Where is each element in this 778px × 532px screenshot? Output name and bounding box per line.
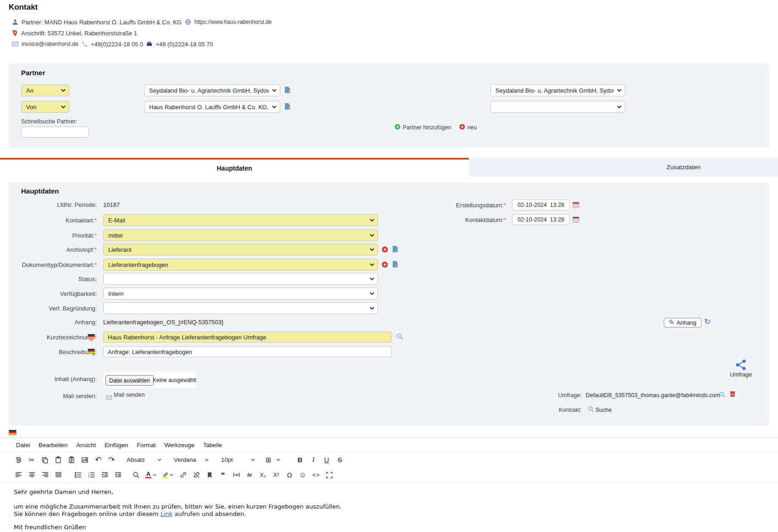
menu-tabelle[interactable]: Tabelle [203, 442, 222, 449]
underline-button[interactable]: U [321, 454, 332, 466]
table-dropdown[interactable]: ⊞ [264, 454, 282, 466]
copy-icon[interactable] [39, 454, 50, 466]
archivtopf-select[interactable]: Lieferant [103, 244, 378, 255]
umfrage-search-icon[interactable] [719, 391, 726, 400]
paste-text-icon[interactable] [66, 454, 77, 466]
kontaktdatum-input[interactable] [512, 214, 570, 225]
numbered-list-icon[interactable]: 123 [86, 470, 97, 481]
clear-formatting-icon[interactable]: Ix [244, 470, 255, 481]
umfrage-delete-icon[interactable] [730, 391, 735, 399]
contact-von-select[interactable] [490, 101, 625, 113]
page-break-icon[interactable]: H [231, 470, 242, 481]
redo-icon[interactable]: ↷ [106, 454, 117, 466]
dokumenttyp-edit-icon[interactable] [392, 260, 399, 270]
chevron-down-icon [276, 459, 280, 461]
umfrage-label: Umfrage: [490, 392, 582, 399]
erstellungsdatum-input[interactable] [512, 200, 570, 211]
partner-von-select[interactable]: Haus Rabenhorst O. Lauffs GmbH & Co. KG,… [144, 101, 280, 113]
dokumenttyp-select[interactable]: Lieferantenfragebogen [103, 259, 378, 271]
menu-werkzeuge[interactable]: Werkzeuge [164, 442, 194, 449]
edit-partner-von-icon[interactable] [284, 103, 291, 112]
emoticon-icon[interactable]: ☺ [297, 470, 308, 481]
outdent-icon[interactable] [99, 470, 110, 481]
align-left-icon[interactable] [13, 470, 24, 481]
menu-einfuegen[interactable]: Einfügen [105, 442, 128, 449]
calendar-icon[interactable] [572, 216, 579, 225]
bullet-list-icon[interactable] [72, 470, 83, 481]
anchor-icon[interactable] [204, 470, 215, 481]
mail-senden-link[interactable]: Mail senden [114, 392, 144, 398]
kontrakt-suche-link[interactable]: Suche [595, 407, 611, 413]
edit-partner-an-icon[interactable] [284, 86, 291, 95]
blockquote-icon[interactable]: ❝ [217, 470, 228, 481]
share-icon[interactable] [735, 359, 747, 373]
kontaktart-select[interactable]: E-Mail [103, 214, 378, 226]
paste-icon[interactable] [53, 454, 64, 466]
strikethrough-button[interactable]: S [334, 454, 345, 466]
paragraph-format-dropdown[interactable]: Absatz [123, 454, 165, 466]
remove-link-icon[interactable] [191, 470, 202, 481]
text-color-button[interactable]: A [144, 470, 158, 481]
add-partner-icon[interactable] [395, 124, 400, 131]
kurzbezeichnung-input[interactable] [103, 332, 392, 343]
status-select[interactable] [103, 273, 378, 285]
menu-format[interactable]: Format [137, 442, 156, 449]
neu-icon[interactable] [459, 124, 465, 131]
direction-an-select[interactable]: An [21, 84, 69, 96]
bold-button[interactable]: B [295, 454, 306, 466]
font-family-dropdown[interactable]: Verdana [170, 454, 212, 466]
quick-search-input[interactable] [21, 127, 89, 138]
verfuegbarkeit-select[interactable]: Intern [103, 288, 378, 299]
archivtopf-add-icon[interactable] [382, 246, 388, 255]
print-icon[interactable] [13, 454, 24, 466]
calendar-icon[interactable] [572, 201, 579, 210]
image-icon[interactable] [79, 454, 90, 466]
editor-content[interactable]: Sehr geehrte Damen und Herren, um eine m… [0, 482, 778, 532]
menu-bearbeiten[interactable]: Bearbeiten [39, 442, 67, 449]
editor-paragraph: Sehr geehrte Damen und Herren, [14, 488, 778, 496]
fullscreen-icon[interactable] [324, 470, 335, 481]
menu-ansicht[interactable]: Ansicht [76, 442, 96, 449]
undo-icon[interactable]: ↶ [93, 454, 104, 466]
align-center-icon[interactable] [26, 470, 37, 481]
chevron-down-icon [370, 234, 374, 237]
verf-begruendung-select[interactable] [103, 302, 378, 314]
anhang-label: Anhang: [9, 319, 97, 326]
anhang-button[interactable]: Anhang [664, 318, 701, 327]
cut-icon[interactable]: ✂ [26, 454, 37, 466]
add-partner-link[interactable]: Partner hinzufügen [403, 124, 451, 131]
indent-icon[interactable] [112, 470, 123, 481]
font-size-dropdown[interactable]: 10pt [217, 454, 259, 466]
menu-datei[interactable]: Datei [16, 442, 30, 449]
superscript-icon[interactable]: X² [271, 470, 282, 481]
partner-an-value: Seydaland Bio- u. Agrartechnik GmbH, Syd… [149, 87, 269, 94]
kurzbezeichnung-label: Kurzbezeichnung:* [9, 334, 97, 341]
prioritaet-select[interactable]: mittel [103, 229, 378, 241]
tab-zusatzdaten[interactable]: Zusatzdaten [469, 158, 778, 177]
kurzbezeichnung-search-icon[interactable] [396, 333, 404, 342]
special-character-icon[interactable]: Ω [284, 470, 295, 481]
kontrakt-search-icon[interactable] [588, 406, 595, 415]
code-icon[interactable]: <> [311, 470, 322, 481]
italic-button[interactable]: I [308, 454, 319, 466]
fragebogen-link[interactable]: Link [161, 510, 173, 517]
neu-link[interactable]: neu [467, 124, 477, 131]
contact-an-select[interactable]: Seydaland Bio- u. Agrartechnik GmbH, Syd… [490, 84, 625, 96]
archivtopf-edit-icon[interactable] [392, 245, 399, 255]
status-label: Status: [9, 276, 97, 283]
partner-an-select[interactable]: Seydaland Bio- u. Agrartechnik GmbH, Syd… [144, 84, 280, 96]
highlight-color-button[interactable] [161, 470, 175, 481]
prioritaet-value: mittel [108, 232, 122, 239]
search-icon[interactable] [130, 470, 141, 481]
tab-hauptdaten[interactable]: Hauptdaten [0, 158, 469, 177]
lfdnr-value: 10187 [103, 201, 120, 208]
align-justify-icon[interactable] [53, 470, 64, 481]
datei-auswaehlen-button[interactable]: Datei auswählen [106, 375, 154, 386]
insert-link-icon[interactable] [178, 470, 189, 481]
subscript-icon[interactable]: X₂ [257, 470, 268, 481]
direction-von-select[interactable]: Von [21, 101, 69, 113]
dokumenttyp-add-icon[interactable] [382, 261, 388, 270]
align-right-icon[interactable] [39, 470, 50, 481]
beschreibung-input[interactable] [103, 346, 392, 357]
refresh-icon[interactable]: ↻ [704, 317, 711, 327]
